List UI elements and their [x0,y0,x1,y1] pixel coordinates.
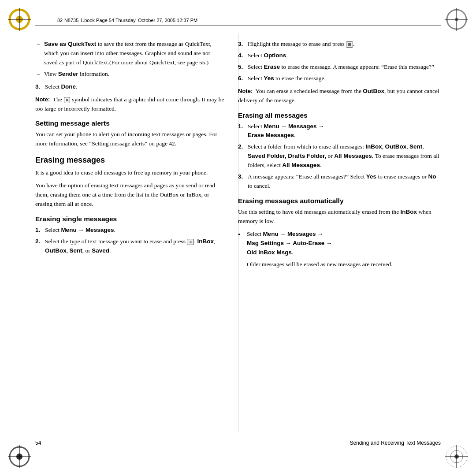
header-text: 82-N8735-1.book Page 54 Thursday, Octobe… [57,18,197,23]
all-step1-num: 1. [238,122,243,131]
page: 82-N8735-1.book Page 54 Thursday, Octobe… [0,0,476,476]
inbox-label: InBox [197,238,214,245]
erasing-single-heading: Erasing single messages [35,215,225,223]
erase-messages-label: Erase Messages. [248,132,295,138]
right-steps-top: 3. Highlight the message to erase and pr… [238,40,441,83]
outbox-note-label: OutBox [363,88,384,94]
yes-label-2: Yes [366,173,376,180]
old-inbox-label: Old InBox Msgs [247,249,292,256]
messages-label-3: Messages [287,231,316,237]
note-label-graphic: Note: [35,96,50,103]
single-step-2: 2. Select the type of text message you w… [35,237,225,256]
saved-folder-label: Saved Folder, [248,152,286,159]
yes-label-1: Yes [264,75,274,82]
erasing-messages-para1: It is a good idea to erase old messages … [35,168,225,178]
options-list: Save as QuickText to save the text from … [35,40,225,79]
main-content: Save as QuickText to save the text from … [35,33,441,432]
erasing-auto-body: Use this setting to have old messages au… [238,208,441,226]
saved-label: Saved [92,247,109,254]
no-label: No [428,173,436,180]
all-step-1: 1. Select Menu → Messages → Erase Messag… [238,122,441,141]
inbox-auto-label: InBox [401,208,417,215]
setting-alerts-heading: Setting message alerts [35,119,225,127]
right-step4-num: 4. [238,51,243,60]
right-step6-num: 6. [238,74,243,83]
outbox-label: OutBox [45,247,67,254]
page-number: 54 [35,440,41,446]
menu-label-1: Menu [61,227,76,233]
auto-bullet-1: Select Menu → Messages → Msg Settings → … [238,230,441,269]
footer-section: Sending and Receiving Text Messages [350,440,441,446]
corner-mark-tr [445,8,468,31]
sender-label: Sender [58,71,78,77]
note-label-outbox: Note: [238,88,253,94]
done-label: Done [61,83,76,90]
inbox-label-2: InBox [365,143,382,150]
all-step-3: 3. A message appears: “Erase all message… [238,172,441,191]
step3-num: 3. [35,82,40,92]
single-step2-num: 2. [35,237,40,246]
sent-label: Sent [70,247,82,254]
single-step1-num: 1. [35,226,40,235]
right-step3-num: 3. [238,40,243,49]
list-item-sender: View Sender information. [35,70,225,79]
menu-key-icon: ≡ [187,239,194,245]
erasing-all-heading: Erasing all messages [238,112,441,119]
list-item-quicktext: Save as QuickText to save the text from … [35,40,225,67]
right-step-6: 6. Select Yes to erase the message. [238,74,441,83]
highlight-key-icon: ⊞ [346,41,353,48]
right-step-4: 4. Select Options. [238,51,441,60]
single-step-1: 1. Select Menu → Messages. [35,226,225,235]
header-bar [35,26,441,26]
erasing-messages-heading: Erasing messages [35,156,225,165]
footer-bar [35,437,441,437]
drafts-folder-label: Drafts Folder, [288,152,326,159]
right-column: 3. Highlight the message to erase and pr… [238,33,441,432]
all-messages-label-1: All Messages. [334,152,373,159]
right-step-5: 5. Select Erase to erase the message. A … [238,63,441,72]
erasing-auto-heading: Erasing messages automatically [238,197,441,205]
auto-erase-label: Auto-Erase [293,240,324,246]
older-messages-text: Older messages will be erased as new mes… [247,260,441,269]
note-outbox: Note: You can erase a scheduled message … [238,87,441,105]
setting-alerts-body: You can set your phone to alert you of i… [35,130,225,149]
messages-label-2: Messages [288,123,317,130]
right-step5-num: 5. [238,63,243,72]
right-step-3: 3. Highlight the message to erase and pr… [238,40,441,49]
left-column: Save as QuickText to save the text from … [35,33,225,432]
corner-mark-bl [8,445,31,468]
menu-label-3: Menu [263,231,278,237]
msg-settings-label: Msg Settings [247,240,284,246]
options-label: Options [264,52,286,59]
erasing-all-steps: 1. Select Menu → Messages → Erase Messag… [238,122,441,191]
messages-label-1: Messages [86,227,114,233]
outbox-label-2: OutBox [385,143,407,150]
step3-list: 3. Select Done. [35,82,225,92]
corner-mark-tl [8,8,31,31]
erasing-single-steps: 1. Select Menu → Messages. 2. Select the… [35,226,225,256]
step-3: 3. Select Done. [35,82,225,92]
erasing-messages-para2: You have the option of erasing text mess… [35,181,225,209]
all-step-2: 2. Select a folder from which to erase a… [238,142,441,170]
all-step3-num: 3. [238,172,243,182]
menu-label-2: Menu [264,123,279,130]
x-symbol-icon: ✕ [64,97,70,103]
sent-label-2: Sent [409,143,422,150]
erase-label: Erase [264,63,280,70]
all-step2-num: 2. [238,142,243,152]
corner-mark-br [445,445,468,468]
quicktext-label: Save as QuickText [44,41,96,47]
all-messages-label-2: All Messages [282,162,320,168]
erasing-auto-bullets: Select Menu → Messages → Msg Settings → … [238,230,441,269]
note-graphic: Note: The ✕ symbol indicates that a grap… [35,95,225,114]
